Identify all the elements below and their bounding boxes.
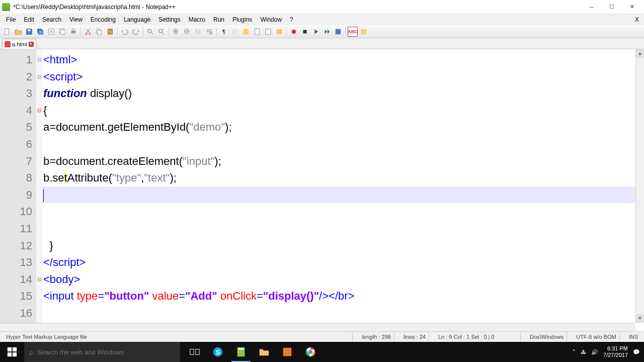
search-icon: ⌕ — [29, 348, 33, 356]
new-file-icon[interactable] — [2, 27, 12, 37]
fold-column[interactable]: ⊟⊟ ⊟ ⊟ — [36, 49, 42, 323]
menu-encoding[interactable]: Encoding — [87, 15, 120, 24]
tray-up-icon[interactable]: ˄ — [573, 349, 576, 355]
svg-rect-2 — [28, 29, 30, 31]
app-chrome[interactable] — [299, 342, 322, 362]
svg-point-43 — [308, 350, 312, 353]
status-length: length : 298 — [359, 332, 394, 342]
task-view-icon[interactable] — [183, 342, 206, 362]
menu-help[interactable]: ? — [286, 15, 297, 24]
menu-run[interactable]: Run — [209, 15, 228, 24]
svg-rect-23 — [244, 29, 249, 34]
svg-rect-35 — [190, 349, 194, 355]
tab-bar: a.html ✕ — [0, 38, 644, 49]
status-bar: Hyper Text Markup Language file length :… — [0, 331, 644, 342]
close-file-icon[interactable] — [46, 27, 56, 37]
vertical-scrollbar[interactable]: ▲ ▼ — [635, 49, 644, 323]
line-gutter: 12345678910111213141516 — [0, 49, 36, 323]
mdi-close-button[interactable]: X — [632, 16, 642, 23]
spellcheck-toggle-icon[interactable] — [359, 27, 369, 37]
svg-rect-21 — [196, 29, 198, 34]
menu-language[interactable]: Language — [120, 15, 154, 24]
status-lines: lines : 24 — [400, 332, 429, 342]
toolbar: ¶ ABC — [0, 25, 644, 38]
user-lang-icon[interactable] — [241, 27, 251, 37]
print-icon[interactable] — [68, 27, 78, 37]
code-area[interactable]: <html> <script> function display() { a=d… — [42, 49, 644, 323]
editor[interactable]: 12345678910111213141516 ⊟⊟ ⊟ ⊟ <html> <s… — [0, 49, 644, 323]
tab-close-icon[interactable]: ✕ — [29, 42, 34, 47]
record-macro-icon[interactable] — [289, 27, 299, 37]
func-list-icon[interactable] — [263, 27, 273, 37]
folder-tree-icon[interactable] — [274, 27, 284, 37]
svg-rect-18 — [162, 28, 164, 30]
stop-macro-icon[interactable] — [300, 27, 310, 37]
svg-rect-26 — [277, 29, 282, 34]
undo-icon[interactable] — [120, 27, 130, 37]
show-all-chars-icon[interactable]: ¶ — [219, 27, 229, 37]
window-title: *C:\Users\Reddy\Desktop\html\javascript\… — [13, 4, 582, 11]
system-tray[interactable]: ˄ 🖧 🔊 6:31 PM 7/27/2017 💬 — [569, 345, 644, 358]
status-position: Ln : 9 Col : 1 Sel : 0 | 0 — [435, 332, 521, 342]
open-file-icon[interactable] — [13, 27, 23, 37]
svg-rect-22 — [199, 29, 201, 34]
clock[interactable]: 6:31 PM 7/27/2017 — [603, 345, 628, 358]
zoom-out-icon[interactable] — [182, 27, 192, 37]
volume-icon[interactable]: 🔊 — [591, 349, 598, 355]
save-all-icon[interactable] — [35, 27, 45, 37]
start-button[interactable] — [0, 342, 24, 362]
search-input[interactable] — [37, 348, 175, 356]
app-notepadpp[interactable] — [229, 342, 253, 362]
replace-icon[interactable] — [156, 27, 167, 37]
run-multi-icon[interactable] — [322, 27, 332, 37]
svg-rect-29 — [336, 29, 341, 34]
sync-scroll-icon[interactable] — [193, 27, 203, 37]
find-icon[interactable] — [145, 27, 155, 37]
save-macro-icon[interactable] — [333, 27, 343, 37]
redo-icon[interactable] — [131, 27, 141, 37]
menu-plugins[interactable]: Plugins — [228, 15, 256, 24]
menu-search[interactable]: Search — [38, 15, 65, 24]
status-insert-mode[interactable]: INS — [626, 332, 641, 342]
tab-label: a.html — [12, 41, 27, 47]
indent-guide-icon[interactable] — [230, 27, 240, 37]
menu-bar: File Edit Search View Encoding Language … — [0, 14, 644, 25]
app-skype[interactable]: S — [206, 342, 229, 362]
horizontal-scrollbar[interactable] — [0, 323, 635, 331]
menu-file[interactable]: File — [2, 15, 20, 24]
app-browser[interactable] — [276, 342, 299, 362]
minimize-button[interactable]: ─ — [582, 0, 602, 14]
menu-edit[interactable]: Edit — [20, 15, 38, 24]
svg-rect-33 — [8, 352, 12, 356]
svg-rect-0 — [5, 28, 9, 34]
paste-icon[interactable] — [105, 27, 115, 37]
menu-view[interactable]: View — [65, 15, 87, 24]
tab-a-html[interactable]: a.html ✕ — [2, 39, 36, 49]
cut-icon[interactable] — [83, 27, 93, 37]
zoom-in-icon[interactable] — [171, 27, 181, 37]
menu-settings[interactable]: Settings — [154, 15, 184, 24]
network-icon[interactable]: 🖧 — [581, 349, 586, 355]
maximize-button[interactable]: ☐ — [602, 0, 622, 14]
menu-window[interactable]: Window — [256, 15, 286, 24]
scroll-down-icon[interactable]: ▼ — [636, 314, 644, 323]
svg-rect-8 — [71, 31, 76, 33]
notifications-icon[interactable]: 💬 — [633, 349, 640, 355]
copy-icon[interactable] — [94, 27, 104, 37]
svg-rect-7 — [61, 30, 65, 34]
svg-point-17 — [159, 29, 163, 32]
scroll-up-icon[interactable]: ▲ — [636, 49, 644, 58]
status-eol[interactable]: Dos\Windows — [527, 332, 567, 342]
status-encoding[interactable]: UTF-8 w/o BOM — [573, 332, 619, 342]
doc-map-icon[interactable] — [252, 27, 262, 37]
svg-rect-32 — [13, 347, 17, 351]
wrap-icon[interactable] — [204, 27, 214, 37]
menu-macro[interactable]: Macro — [185, 15, 209, 24]
taskbar-search[interactable]: ⌕ — [24, 342, 180, 362]
play-macro-icon[interactable] — [311, 27, 321, 37]
close-button[interactable]: ✕ — [622, 0, 642, 14]
save-icon[interactable] — [24, 27, 34, 37]
spellcheck-icon[interactable]: ABC — [348, 27, 358, 37]
close-all-icon[interactable] — [57, 27, 67, 37]
app-file-explorer[interactable] — [253, 342, 276, 362]
